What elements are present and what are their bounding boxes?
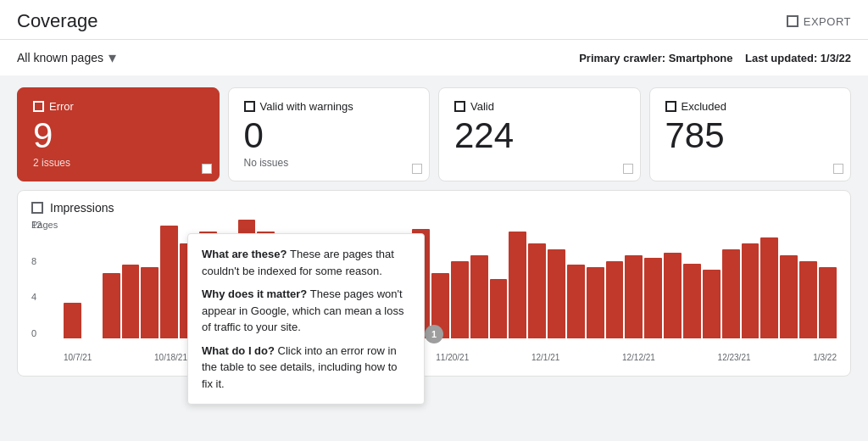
chart-bar (742, 243, 760, 338)
chart-bar (587, 267, 604, 338)
chart-bar (451, 261, 469, 338)
tooltip-q1: What are these? (202, 248, 290, 260)
warning-label: Valid with warnings (260, 100, 353, 113)
x-axis-label: 10/7/21 (64, 353, 92, 362)
error-value: 9 (33, 118, 203, 154)
y-label-12: 12 (31, 220, 42, 230)
x-axis-label: 12/12/21 (622, 353, 655, 362)
chart-bar (122, 265, 140, 338)
tooltip-q3: What do I do? (202, 344, 278, 357)
error-checkbox-icon (33, 101, 44, 112)
chart-bar (509, 232, 526, 338)
chevron-down-icon: ▾ (108, 48, 116, 67)
warning-card-label: Valid with warnings (244, 100, 415, 113)
error-card-label: Error (33, 100, 203, 113)
export-checkbox-icon (787, 15, 798, 27)
chart-bar (470, 255, 488, 338)
warning-value: 0 (244, 118, 415, 154)
chart-bar (528, 243, 546, 338)
y-label-8: 8 (31, 256, 42, 266)
chart-bar (703, 270, 721, 338)
cards-row: Error 9 2 issues Valid with warnings 0 N… (17, 87, 851, 181)
valid-corner-checkbox (623, 164, 633, 174)
export-button[interactable]: EXPORT (787, 15, 851, 28)
warning-card[interactable]: Valid with warnings 0 No issues (228, 87, 431, 181)
chart-bar (819, 267, 837, 338)
tooltip: What are these? These are pages that cou… (187, 233, 425, 405)
excluded-card-label: Excluded (665, 100, 836, 113)
chart-bar (606, 261, 624, 338)
chart-bar (160, 226, 178, 338)
tooltip-p2: Why does it matter? These pages won't ap… (202, 286, 410, 336)
excluded-label: Excluded (682, 100, 726, 113)
chart-bar (625, 255, 643, 338)
warning-corner-checkbox (412, 164, 422, 174)
excluded-value: 785 (665, 118, 836, 154)
excluded-card[interactable]: Excluded 785 (649, 87, 852, 181)
valid-label: Valid (470, 100, 494, 113)
chart-bar (760, 237, 778, 338)
warning-checkbox-icon (244, 101, 255, 112)
chart-bar (103, 273, 120, 338)
valid-card[interactable]: Valid 224 (438, 87, 641, 181)
x-axis: 10/7/2110/18/2110/29/2111/9/2111/20/2112… (64, 353, 837, 362)
main-content: Error 9 2 issues Valid with warnings 0 N… (0, 75, 868, 388)
page-title: Coverage (17, 10, 97, 32)
error-subtext: 2 issues (33, 157, 203, 169)
chart-bar (567, 265, 585, 338)
chart-bar (64, 303, 81, 338)
y-label-4: 4 (31, 292, 42, 302)
chart-inner: Pages 0 4 8 12 10/7/2110/18/2110/29/2111… (31, 220, 837, 362)
scroll-indicator[interactable]: 1 (425, 325, 443, 343)
valid-value: 224 (454, 118, 625, 154)
chart-bar (490, 279, 508, 338)
x-axis-label: 12/1/21 (531, 353, 559, 362)
y-axis: 0 4 8 12 (31, 220, 42, 338)
x-axis-label: 12/23/21 (718, 353, 751, 362)
chart-bars (64, 220, 837, 338)
x-axis-label: 11/20/21 (436, 353, 469, 362)
chart-bar (780, 255, 798, 338)
tooltip-p3: What do I do? Click into an error row in… (202, 343, 410, 393)
chart-label: Impressions (50, 201, 114, 215)
valid-checkbox-icon (454, 101, 465, 112)
filter-dropdown[interactable]: All known pages ▾ (17, 48, 116, 67)
excluded-corner-checkbox (833, 164, 843, 174)
excluded-checkbox-icon (665, 101, 676, 112)
last-updated-label: Last updated: (745, 52, 817, 64)
chart-bar (664, 253, 682, 338)
chart-header: Impressions (31, 201, 837, 215)
chart-area: Impressions Pages 0 4 8 12 10/7/2110/18/… (17, 190, 851, 377)
chart-bar (548, 249, 565, 338)
y-label-0: 0 (31, 328, 42, 338)
export-label: EXPORT (804, 15, 851, 28)
tooltip-p1: What are these? These are pages that cou… (202, 246, 410, 279)
chart-bar (141, 267, 159, 338)
last-updated-value: 1/3/22 (821, 52, 851, 64)
chart-bar (683, 264, 701, 338)
error-card[interactable]: Error 9 2 issues (17, 87, 220, 181)
error-label: Error (49, 100, 74, 113)
chart-bar (644, 258, 662, 338)
filter-label: All known pages (17, 51, 103, 64)
chart-checkbox-icon (31, 202, 43, 214)
chart-bar (799, 261, 817, 338)
error-corner-checkbox (202, 164, 212, 174)
primary-crawler-label: Primary crawler: (579, 52, 665, 64)
x-axis-label: 10/18/21 (154, 353, 187, 362)
page-header: Coverage EXPORT (0, 0, 868, 40)
toolbar: All known pages ▾ Primary crawler: Smart… (0, 40, 868, 75)
scroll-indicator-value: 1 (431, 329, 437, 339)
warning-subtext: No issues (244, 157, 415, 169)
chart-bar (722, 249, 740, 338)
tooltip-q2: Why does it matter? (202, 287, 310, 300)
toolbar-right: Primary crawler: Smartphone Last updated… (579, 52, 851, 64)
x-axis-label: 1/3/22 (813, 353, 837, 362)
valid-card-label: Valid (454, 100, 625, 113)
primary-crawler-value: Smartphone (669, 52, 733, 64)
